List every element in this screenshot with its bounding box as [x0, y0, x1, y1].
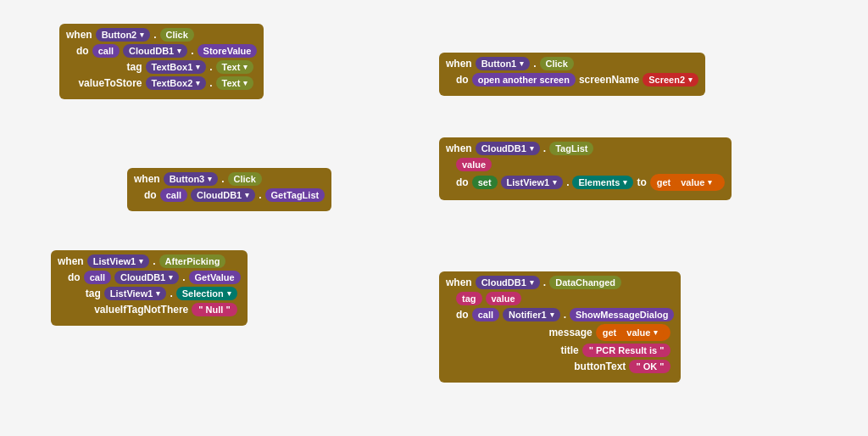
- block4-value-param: value: [456, 158, 492, 171]
- block1-textbox2[interactable]: TextBox2 ▾: [146, 76, 207, 90]
- block4-when: when: [446, 143, 472, 154]
- block1-method: StoreValue: [198, 44, 258, 58]
- block6-message-label: message: [548, 327, 592, 338]
- block2-action: open another screen: [472, 73, 576, 87]
- block1-dot: .: [153, 29, 156, 41]
- block4-to: to: [637, 176, 646, 188]
- block5-component[interactable]: ListView1 ▾: [87, 254, 150, 268]
- block1-text1[interactable]: Text ▾: [216, 60, 254, 74]
- block2-container: when Button1 ▾ . Click do open another s…: [439, 53, 705, 96]
- block4-get: get value ▾: [650, 174, 726, 191]
- block4-get-value[interactable]: value ▾: [675, 176, 718, 189]
- block4-property[interactable]: Elements ▾: [572, 176, 633, 189]
- block1-call: call: [92, 44, 120, 58]
- block6-container: when CloudDB1 ▾ . DataChanged tag value …: [439, 271, 681, 383]
- block6-title-label: title: [560, 344, 578, 356]
- block2-event[interactable]: Click: [540, 57, 574, 70]
- block1-component[interactable]: Button2 ▾: [96, 28, 151, 42]
- block6-notifier[interactable]: Notifier1 ▾: [503, 308, 560, 321]
- block6-do: do: [456, 309, 469, 321]
- block6-method: ShowMessageDialog: [570, 308, 674, 321]
- block1-db[interactable]: CloudDB1 ▾: [123, 44, 187, 58]
- block4-container: when CloudDB1 ▾ . TagList value do set L…: [439, 137, 732, 200]
- block1-text2[interactable]: Text ▾: [216, 76, 254, 90]
- block6-call: call: [472, 308, 499, 321]
- block5-selection[interactable]: Selection ▾: [176, 287, 237, 300]
- block5-tag-label: tag: [86, 288, 101, 299]
- block3-call: call: [160, 188, 187, 202]
- block6-get-value[interactable]: value ▾: [620, 326, 664, 339]
- block1-do: do: [76, 45, 89, 57]
- block6-tag-param: tag: [456, 292, 482, 305]
- block6-ok-string: " OK ": [629, 360, 670, 373]
- block3-event[interactable]: Click: [228, 172, 262, 186]
- block2-screenname-label: screenName: [579, 74, 639, 86]
- block4-do: do: [456, 176, 469, 188]
- block6-value-param: value: [486, 292, 521, 305]
- block6-when: when: [446, 277, 472, 288]
- block1-when: when: [66, 29, 92, 41]
- block2-screen[interactable]: Screen2 ▾: [643, 73, 698, 87]
- block2-component[interactable]: Button1 ▾: [476, 57, 531, 70]
- block1-event[interactable]: Click: [160, 28, 194, 42]
- block5-do: do: [68, 271, 81, 283]
- block6-event[interactable]: DataChanged: [549, 276, 621, 289]
- block6-buttontext-label: buttonText: [574, 361, 626, 372]
- block5-container: when ListView1 ▾ . AfterPicking do call …: [51, 250, 248, 326]
- block6-component[interactable]: CloudDB1 ▾: [476, 276, 540, 289]
- block3-do: do: [144, 189, 157, 201]
- block1-component-arrow: ▾: [140, 31, 144, 39]
- block5-event[interactable]: AfterPicking: [159, 254, 226, 268]
- block1-tag-label: tag: [127, 61, 142, 73]
- block5-call: call: [84, 271, 111, 284]
- block5-when: when: [58, 255, 84, 267]
- block3-db[interactable]: CloudDB1 ▾: [191, 188, 255, 202]
- block4-listview[interactable]: ListView1 ▾: [501, 176, 564, 189]
- block6-title-string: " PCR Result is ": [582, 344, 671, 357]
- block3-container: when Button3 ▾ . Click do call CloudDB1 …: [127, 168, 331, 211]
- block2-when: when: [446, 58, 472, 70]
- block5-null: " Null ": [192, 303, 236, 316]
- block5-listview[interactable]: ListView1 ▾: [104, 287, 167, 300]
- block5-valuetag-label: valueIfTagNotThere: [94, 304, 188, 316]
- block6-get: get value ▾: [596, 324, 671, 341]
- block3-method: GetTagList: [265, 188, 326, 202]
- block5-db[interactable]: CloudDB1 ▾: [114, 271, 179, 284]
- block4-event[interactable]: TagList: [549, 142, 593, 155]
- block5-method: GetValue: [189, 271, 241, 284]
- block1-textbox1[interactable]: TextBox1 ▾: [146, 60, 207, 74]
- block4-component[interactable]: CloudDB1 ▾: [476, 142, 540, 155]
- block1-container: when Button2 ▾ . Click do call CloudDB1 …: [59, 24, 264, 99]
- block4-set: set: [472, 176, 498, 189]
- block1-valuetostorelabel: valueToStore: [78, 77, 142, 89]
- block3-component[interactable]: Button3 ▾: [164, 172, 219, 186]
- block2-do: do: [456, 74, 469, 86]
- block3-when: when: [134, 173, 160, 185]
